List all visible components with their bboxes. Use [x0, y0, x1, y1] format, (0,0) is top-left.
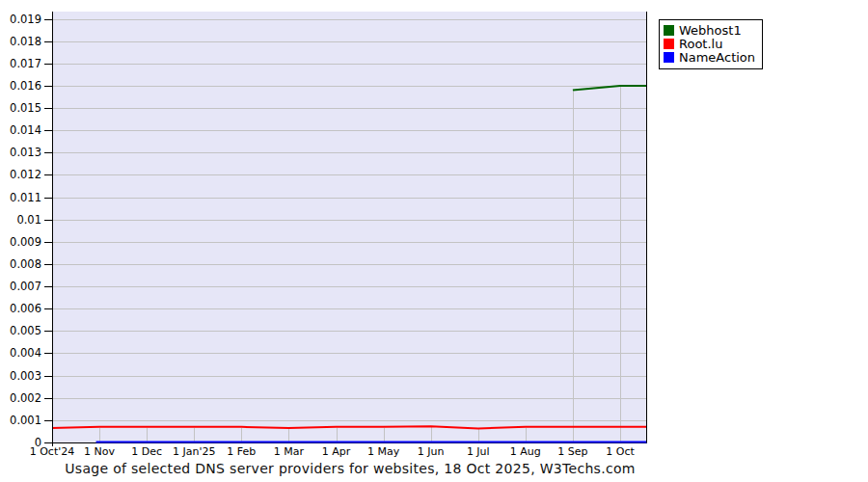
y-axis-tick-label: 0.007	[0, 280, 41, 293]
legend-swatch-icon	[664, 39, 674, 49]
chart-title: Usage of selected DNS server providers f…	[39, 461, 662, 476]
plot-area	[52, 12, 647, 442]
y-axis-tick-label: 0.003	[0, 369, 41, 383]
y-axis-tick-label: 0.01	[0, 213, 41, 227]
legend-item: NameAction	[664, 51, 755, 64]
legend-swatch-icon	[664, 25, 674, 36]
y-axis-tick-label: 0.008	[0, 257, 41, 271]
chart-canvas: 00.0010.0020.0030.0040.0050.0060.0070.00…	[0, 0, 868, 482]
y-axis-tick-label: 0.017	[0, 57, 41, 70]
y-axis-tick-label: 0.006	[0, 302, 41, 315]
y-axis-tick-label: 0.012	[0, 168, 41, 181]
legend-swatch-icon	[664, 52, 674, 63]
legend-label: Webhost1	[679, 24, 742, 37]
y-axis-tick-label: 0.014	[0, 123, 41, 137]
y-axis-tick-label: 0.011	[0, 191, 41, 204]
y-axis-tick-label: 0.001	[0, 414, 41, 427]
legend: Webhost1Root.luNameAction	[659, 19, 763, 69]
chart-plot	[0, 0, 868, 482]
y-axis-tick-label: 0.009	[0, 235, 41, 249]
legend-item: Root.lu	[664, 38, 755, 50]
legend-item: Webhost1	[664, 24, 755, 37]
y-axis-tick-label: 0.002	[0, 391, 41, 405]
y-axis-tick-label: 0.016	[0, 79, 41, 93]
legend-label: NameAction	[679, 51, 755, 64]
legend-label: Root.lu	[679, 38, 722, 50]
y-axis-tick-label: 0.013	[0, 146, 41, 159]
y-axis-tick-label: 0.004	[0, 346, 41, 360]
y-axis-tick-label: 0.015	[0, 101, 41, 115]
y-axis-tick-label: 0.019	[0, 13, 41, 26]
x-axis-tick-label: 1 Oct	[589, 445, 651, 458]
y-axis-tick-label: 0.005	[0, 324, 41, 337]
y-axis-tick-label: 0.018	[0, 35, 41, 48]
